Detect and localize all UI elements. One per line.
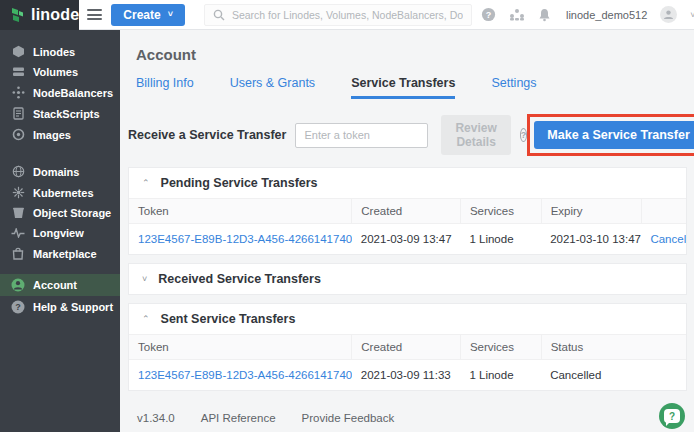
- globe-icon: [11, 165, 25, 178]
- pending-transfers-header[interactable]: ⌃ Pending Service Transfers: [129, 168, 686, 198]
- svg-text:?: ?: [15, 302, 21, 312]
- help-tooltip-icon[interactable]: ?: [520, 128, 528, 142]
- sidebar-item-marketplace[interactable]: Marketplace: [0, 243, 120, 264]
- review-details-button[interactable]: Review Details: [441, 115, 510, 155]
- api-reference-link[interactable]: API Reference: [201, 412, 276, 424]
- footer: v1.34.0 API Reference Provide Feedback: [137, 412, 687, 424]
- linode-logo[interactable]: linode: [0, 0, 79, 30]
- sidebar-item-volumes[interactable]: Volumes: [0, 62, 120, 82]
- column-header-actions: [641, 199, 686, 224]
- chevron-down-icon[interactable]: ˅: [690, 10, 694, 20]
- global-search[interactable]: [204, 4, 472, 26]
- column-header-services: Services: [460, 199, 541, 224]
- menu-icon[interactable]: [87, 7, 102, 23]
- token-link[interactable]: 123E4567-E89B-12D3-A456-426614174001: [138, 369, 352, 381]
- notifications-bell-icon[interactable]: [538, 8, 551, 22]
- table-row: 123E4567-E89B-12D3-A456-426614174000 202…: [129, 224, 686, 255]
- shopping-bag-icon: [11, 247, 25, 260]
- help-icon[interactable]: ?: [481, 7, 496, 22]
- svg-text:?: ?: [486, 10, 492, 20]
- top-bar-right: Create ˅ ? linode_demo512: [79, 0, 694, 30]
- column-header-token: Token: [129, 335, 352, 360]
- sidebar-item-domains[interactable]: Domains: [0, 161, 120, 182]
- column-header-created: Created: [352, 199, 461, 224]
- top-bar: linode Create ˅ ?: [0, 0, 694, 30]
- token-link[interactable]: 123E4567-E89B-12D3-A456-426614174000: [138, 233, 352, 245]
- tab-bar: Billing Info Users & Grants Service Tran…: [136, 76, 687, 99]
- sidebar-item-help-support[interactable]: ? Help & Support: [0, 296, 120, 318]
- column-header-services: Services: [460, 335, 541, 360]
- tab-service-transfers[interactable]: Service Transfers: [351, 76, 455, 99]
- panel-title: Received Service Transfers: [158, 272, 321, 286]
- receive-transfer-label: Receive a Service Transfer: [128, 128, 286, 142]
- table-row: 123E4567-E89B-12D3-A456-426614174001 202…: [129, 360, 686, 391]
- tab-users-grants[interactable]: Users & Grants: [230, 76, 315, 99]
- cube-icon: [11, 45, 25, 58]
- create-button[interactable]: Create ˅: [111, 4, 185, 26]
- sidebar-item-label: Account: [33, 279, 77, 291]
- sidebar-item-label: Marketplace: [33, 248, 97, 260]
- receive-transfer-row: Receive a Service Transfer Review Detail…: [128, 114, 687, 156]
- sidebar: Linodes Volumes NodeBalancers StackScrip…: [0, 30, 120, 432]
- sidebar-item-account[interactable]: Account: [0, 274, 120, 296]
- sidebar-item-longview[interactable]: Longview: [0, 223, 120, 243]
- tab-billing-info[interactable]: Billing Info: [136, 76, 194, 99]
- sidebar-item-images[interactable]: Images: [0, 124, 120, 145]
- bucket-icon: [11, 207, 25, 219]
- sent-transfers-table: Token Created Services Status 123E4567-E…: [129, 334, 686, 390]
- images-icon: [11, 128, 25, 141]
- sidebar-item-linodes[interactable]: Linodes: [0, 41, 120, 62]
- chevron-down-icon: ˅: [142, 274, 147, 284]
- linode-cloud-manager: linode Create ˅ ?: [0, 0, 694, 432]
- nodebalancers-icon: [11, 86, 25, 99]
- logo-wordmark: linode: [31, 6, 79, 24]
- sidebar-item-nodebalancers[interactable]: NodeBalancers: [0, 82, 120, 103]
- sidebar-item-label: Object Storage: [33, 207, 111, 219]
- stackscripts-icon: [11, 107, 25, 120]
- token-input[interactable]: [295, 123, 428, 148]
- panel-title: Sent Service Transfers: [161, 312, 296, 326]
- sidebar-item-label: Volumes: [33, 66, 78, 78]
- sidebar-item-kubernetes[interactable]: Kubernetes: [0, 182, 120, 203]
- person-icon: [11, 278, 25, 292]
- sidebar-item-label: Domains: [33, 166, 79, 178]
- community-icon[interactable]: [509, 8, 525, 21]
- question-icon: ?: [11, 300, 25, 314]
- table-header-row: Token Created Services Status: [129, 335, 686, 360]
- tab-settings[interactable]: Settings: [491, 76, 536, 99]
- panel-title: Pending Service Transfers: [161, 176, 318, 190]
- sidebar-item-label: Longview: [33, 227, 84, 239]
- search-icon: [213, 9, 225, 21]
- status-cell: Cancelled: [541, 360, 686, 391]
- sidebar-item-label: Linodes: [33, 46, 75, 58]
- make-service-transfer-button[interactable]: Make a Service Transfer: [534, 121, 694, 149]
- sent-transfers-panel: ⌃ Sent Service Transfers Token Created S…: [128, 303, 687, 391]
- chevron-up-icon: ⌃: [142, 314, 150, 324]
- header-icons: ? linode_demo512 ˅: [481, 6, 694, 23]
- received-transfers-header[interactable]: ˅ Received Service Transfers: [129, 264, 686, 294]
- pulse-icon: [11, 228, 25, 238]
- created-cell: 2021-03-09 13:47: [352, 224, 461, 255]
- expiry-cell: 2021-03-10 13:47: [541, 224, 641, 255]
- create-button-label: Create: [123, 8, 160, 22]
- table-header-row: Token Created Services Expiry: [129, 199, 686, 224]
- pending-transfers-panel: ⌃ Pending Service Transfers Token Create…: [128, 167, 687, 255]
- help-chat-button[interactable]: ?: [659, 403, 685, 429]
- sidebar-item-object-storage[interactable]: Object Storage: [0, 203, 120, 223]
- pending-transfers-table: Token Created Services Expiry 123E4567-E…: [129, 198, 686, 254]
- username[interactable]: linode_demo512: [566, 9, 647, 21]
- sidebar-item-stackscripts[interactable]: StackScripts: [0, 103, 120, 124]
- column-header-status: Status: [541, 335, 686, 360]
- avatar[interactable]: [660, 6, 677, 23]
- cancel-link[interactable]: Cancel: [650, 233, 686, 245]
- sidebar-item-label: Help & Support: [33, 301, 113, 313]
- services-cell: 1 Linode: [460, 224, 541, 255]
- search-input[interactable]: [232, 9, 463, 21]
- sidebar-item-label: Kubernetes: [33, 187, 94, 199]
- page-title: Account: [136, 46, 687, 63]
- kubernetes-wheel-icon: [11, 186, 25, 199]
- provide-feedback-link[interactable]: Provide Feedback: [302, 412, 395, 424]
- sent-transfers-header[interactable]: ⌃ Sent Service Transfers: [129, 304, 686, 334]
- version-label: v1.34.0: [137, 412, 175, 424]
- sidebar-item-label: Images: [33, 129, 71, 141]
